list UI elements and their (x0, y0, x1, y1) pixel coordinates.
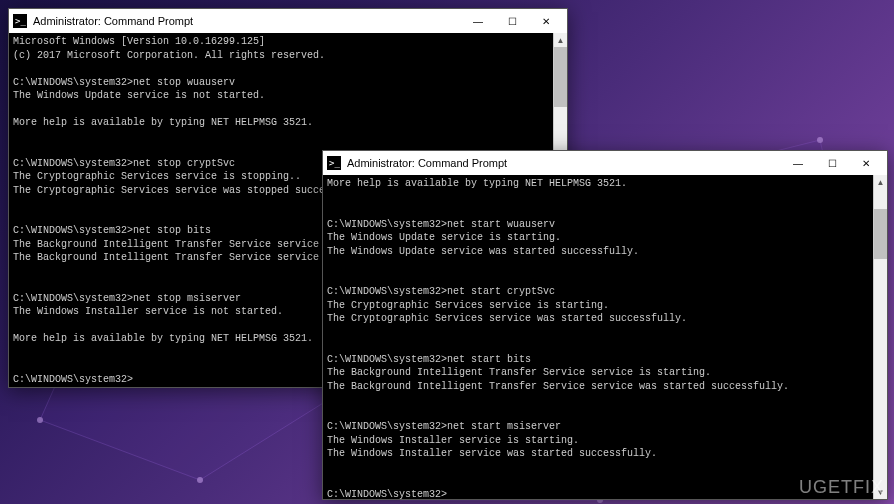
maximize-button[interactable]: ☐ (495, 10, 529, 32)
window-title: Administrator: Command Prompt (33, 15, 461, 27)
scrollbar-thumb[interactable] (874, 209, 887, 259)
maximize-button[interactable]: ☐ (815, 152, 849, 174)
scroll-up-icon[interactable]: ▲ (554, 33, 567, 47)
window-title: Administrator: Command Prompt (347, 157, 781, 169)
svg-text:>_: >_ (329, 158, 340, 168)
window-controls: — ☐ ✕ (781, 152, 883, 174)
scrollbar-thumb[interactable] (554, 47, 567, 107)
titlebar[interactable]: >_ Administrator: Command Prompt — ☐ ✕ (323, 151, 887, 175)
svg-point-17 (817, 137, 823, 143)
cmd-icon: >_ (13, 14, 27, 28)
window-controls: — ☐ ✕ (461, 10, 563, 32)
titlebar[interactable]: >_ Administrator: Command Prompt — ☐ ✕ (9, 9, 567, 33)
svg-text:>_: >_ (15, 16, 26, 26)
terminal-output[interactable]: More help is available by typing NET HEL… (323, 175, 873, 499)
minimize-button[interactable]: — (461, 10, 495, 32)
watermark: UGETFIX (799, 477, 884, 498)
svg-point-19 (197, 477, 203, 483)
cmd-window-start: >_ Administrator: Command Prompt — ☐ ✕ M… (322, 150, 888, 500)
scroll-up-icon[interactable]: ▲ (874, 175, 887, 189)
cmd-icon: >_ (327, 156, 341, 170)
scrollbar[interactable]: ▲ ▼ (873, 175, 887, 499)
close-button[interactable]: ✕ (849, 152, 883, 174)
svg-point-20 (37, 417, 43, 423)
minimize-button[interactable]: — (781, 152, 815, 174)
close-button[interactable]: ✕ (529, 10, 563, 32)
